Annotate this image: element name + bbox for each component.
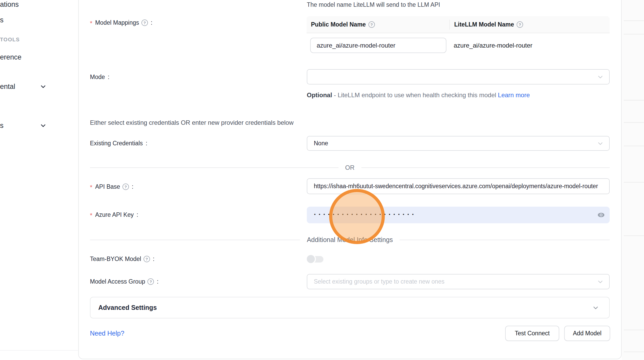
mode-helper-text: Optional - LiteLLM endpoint to use when … (307, 90, 549, 100)
public-model-name-input[interactable]: azure_ai/azure-model-router (310, 38, 446, 53)
azure-api-key-label: * Azure API Key : (90, 211, 138, 218)
litellm-model-name-header: LiteLLM Model Name ? (449, 21, 523, 28)
sidebar-item-inference[interactable]: erence (0, 53, 22, 61)
label-colon: : (108, 74, 109, 81)
model-name-helper-text: The model name LiteLLM will send to the … (307, 1, 440, 8)
credentials-note: Either select existing credentials OR en… (90, 119, 294, 126)
column-header-text: LiteLLM Model Name (454, 21, 514, 28)
model-mappings-table-header: Public Model Name ? LiteLLM Model Name ? (307, 16, 610, 33)
team-byok-toggle[interactable] (307, 255, 324, 263)
sidebar-item-settings[interactable]: s (0, 122, 4, 130)
mode-helper-body: - LiteLLM endpoint to use when health ch… (332, 91, 498, 99)
team-byok-label: Team-BYOK Model ? : (90, 256, 154, 263)
label-text: Azure API Key (95, 211, 134, 218)
learn-more-link[interactable]: Learn more (498, 91, 530, 99)
divider-line (400, 240, 610, 240)
label-text: Model Access Group (90, 278, 145, 285)
additional-settings-divider: Additional Model Info Settings (90, 236, 610, 244)
api-base-input[interactable]: https://ishaa-mh6uutut-swedencentral.cog… (307, 178, 610, 194)
label-text: Mode (90, 74, 105, 81)
sidebar-item-label: s (0, 122, 4, 129)
label-text: Model Mappings (95, 19, 139, 26)
label-colon: : (136, 211, 138, 218)
background-row-line (624, 122, 644, 123)
label-colon: : (151, 19, 152, 26)
help-icon[interactable]: ? (122, 184, 129, 190)
model-access-group-label: Model Access Group ? : (90, 278, 159, 285)
label-colon: : (132, 183, 133, 190)
mode-label: Mode : (90, 74, 109, 81)
label-colon: : (157, 278, 158, 285)
divider-line (361, 167, 610, 168)
sidebar-item-label: erence (0, 53, 22, 61)
chevron-down-icon (597, 279, 603, 285)
existing-credentials-select[interactable]: None (307, 136, 610, 151)
api-base-label: * API Base ? : (90, 183, 133, 190)
existing-credentials-value: None (307, 140, 328, 147)
label-colon: : (146, 140, 147, 147)
optional-emphasis: Optional (307, 91, 332, 99)
add-model-button[interactable]: Add Model (564, 326, 610, 341)
background-row-line (624, 100, 644, 101)
chevron-down-icon (597, 140, 603, 147)
eye-icon[interactable] (597, 211, 606, 219)
background-row-line (624, 235, 644, 236)
or-divider: OR (90, 164, 610, 171)
sidebar-item-models[interactable]: s (0, 16, 4, 24)
chevron-down-icon[interactable] (40, 83, 47, 90)
model-access-group-select[interactable]: Select existing groups or type to create… (307, 274, 610, 289)
azure-api-key-input[interactable]: •••••••••••••••••••••••••• (307, 207, 610, 223)
sidebar-item-label: s (0, 16, 4, 24)
background-row-line (624, 182, 644, 183)
model-mappings-label: * Model Mappings ? : (90, 19, 152, 26)
divider-line (90, 240, 300, 240)
model-mappings-table: Public Model Name ? LiteLLM Model Name ?… (307, 16, 610, 33)
test-connect-button[interactable]: Test Connect (505, 326, 559, 341)
model-access-group-placeholder: Select existing groups or type to create… (307, 278, 444, 285)
background-row-line (624, 351, 644, 352)
litellm-model-name-value: azure_ai/azure-model-router (454, 38, 532, 53)
masked-key-value: •••••••••••••••••••••••••• (307, 212, 416, 217)
advanced-settings-title: Advanced Settings (98, 304, 157, 311)
help-icon[interactable]: ? (141, 19, 148, 26)
background-row-line (0, 350, 78, 351)
need-help-link[interactable]: Need Help? (90, 330, 124, 337)
existing-credentials-label: Existing Credentials : (90, 140, 147, 147)
label-text: Team-BYOK Model (90, 256, 141, 263)
column-header-text: Public Model Name (311, 21, 366, 28)
help-icon[interactable]: ? (147, 278, 154, 285)
sidebar-section-label: TOOLS (0, 37, 20, 42)
api-base-value: https://ishaa-mh6uutut-swedencentral.cog… (307, 183, 609, 190)
divider-line (90, 167, 339, 168)
help-icon[interactable]: ? (144, 256, 150, 262)
chevron-down-icon[interactable] (40, 122, 47, 129)
additional-settings-divider-text: Additional Model Info Settings (300, 236, 400, 244)
background-row-line (624, 146, 644, 146)
background-row-line (624, 34, 644, 35)
background-row-line (624, 20, 644, 21)
public-model-name-header: Public Model Name ? (307, 21, 449, 28)
label-text: API Base (95, 183, 120, 190)
label-colon: : (153, 256, 154, 263)
sidebar-item-label: ental (0, 83, 15, 90)
toggle-knob (307, 255, 315, 263)
sidebar-item-integrations[interactable]: ations (0, 1, 19, 9)
sidebar-item-experimental[interactable]: ental (0, 83, 15, 91)
chevron-down-icon (597, 74, 603, 80)
label-text: Existing Credentials (90, 140, 143, 147)
advanced-settings-panel[interactable]: Advanced Settings (90, 297, 610, 318)
add-model-page: ations s TOOLS erence ental s The model … (0, 0, 644, 360)
required-asterisk: * (90, 184, 92, 191)
required-asterisk: * (90, 20, 92, 27)
help-icon[interactable]: ? (517, 21, 523, 28)
sidebar-item-label: ations (0, 1, 19, 8)
column-separator (449, 20, 450, 30)
required-asterisk: * (90, 212, 92, 219)
or-divider-text: OR (339, 164, 361, 171)
public-model-name-value: azure_ai/azure-model-router (311, 42, 446, 49)
sidebar-section-tools: TOOLS (0, 37, 20, 43)
mode-select[interactable] (307, 69, 610, 84)
background-page-strip (622, 0, 644, 360)
background-row-line (624, 330, 644, 330)
help-icon[interactable]: ? (368, 21, 375, 28)
